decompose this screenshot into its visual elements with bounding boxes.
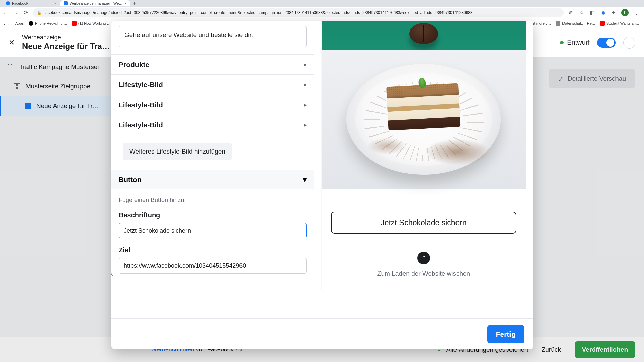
coffee-bean-icon <box>409 23 438 44</box>
more-menu-button[interactable]: ⋯ <box>623 37 635 49</box>
swipe-hint: Zum Laden der Website wischen <box>377 270 470 277</box>
chevron-right-icon: ▸ <box>304 102 307 108</box>
tab-label: Werbeanzeigenmanager - We… <box>70 1 122 5</box>
profile-avatar-icon[interactable]: L <box>621 9 629 16</box>
chevron-right-icon: ▸ <box>304 81 307 88</box>
helper-text: Füge einen Button hinzu. <box>119 197 307 204</box>
target-label: Ziel <box>119 246 307 254</box>
facebook-favicon-icon <box>6 1 10 5</box>
target-input[interactable] <box>119 258 307 274</box>
accordion-lifestyle-3[interactable]: Lifestyle-Bild ▸ <box>111 115 314 135</box>
hero-image-strip <box>322 21 526 50</box>
extension-icon[interactable]: ◧ <box>589 10 595 16</box>
creative-editor-modal: Gehe auf unsere Website und bestelle sie… <box>111 21 533 349</box>
tab-facebook[interactable]: Facebook × <box>3 0 60 6</box>
preview-panel: Jetzt Schokolade sichern ⌃ Zum Laden der… <box>314 21 533 318</box>
menu-icon[interactable]: ⋮ <box>633 10 639 16</box>
header-subtitle: Werbeanzeige <box>22 34 110 41</box>
chevron-right-icon: ▸ <box>304 61 307 68</box>
chevron-down-icon: ▾ <box>303 176 307 184</box>
chevron-right-icon: ▸ <box>304 122 307 128</box>
close-icon[interactable]: × <box>54 1 56 5</box>
accordion-products[interactable]: Produkte ▸ <box>111 54 314 74</box>
ad-preview-card: Jetzt Schokolade sichern ⌃ Zum Laden der… <box>322 21 526 292</box>
tab-bar: Facebook × Werbeanzeigenmanager - We… × … <box>0 0 644 7</box>
publish-toggle[interactable] <box>597 38 616 48</box>
add-lifestyle-button[interactable]: Weiteres Lifestyle-Bild hinzufügen <box>123 143 232 160</box>
header-title: Neue Anzeige für Tra… <box>22 42 110 51</box>
accordion-label: Lifestyle-Bild <box>119 101 163 109</box>
accordion-lifestyle-2[interactable]: Lifestyle-Bild ▸ <box>111 95 314 115</box>
plate-image <box>322 50 526 189</box>
tab-adsmanager[interactable]: Werbeanzeigenmanager - We… × <box>60 0 130 6</box>
close-icon[interactable]: × <box>124 1 126 5</box>
chevron-up-icon[interactable]: ⌃ <box>417 252 430 264</box>
new-tab-button[interactable]: + <box>131 0 138 7</box>
status-label: Entwurf <box>567 39 590 46</box>
caption-label: Beschriftung <box>119 211 307 219</box>
close-editor-button[interactable]: ✕ <box>9 38 15 47</box>
tab-label: Facebook <box>12 1 28 5</box>
header-titles: Werbeanzeige Neue Anzeige für Tra… <box>22 34 110 51</box>
nav-bar: ← → ⟳ 🔒 facebook.com/adsmanager/manage/a… <box>0 7 644 19</box>
draft-status: Entwurf <box>560 39 590 46</box>
bookmark-item[interactable]: Phone Recycling,… <box>29 21 67 26</box>
accordion-lifestyle-1[interactable]: Lifestyle-Bild ▸ <box>111 74 314 95</box>
puzzle-icon[interactable]: ✦ <box>610 10 616 16</box>
url-bar[interactable]: 🔒 facebook.com/adsmanager/manage/ads/edi… <box>33 8 564 17</box>
creative-form-panel: Gehe auf unsere Website und bestelle sie… <box>111 21 314 318</box>
cake-icon <box>386 83 461 140</box>
forward-icon[interactable]: → <box>13 10 19 16</box>
bookmark-item[interactable]: Student Wants an… <box>600 21 639 26</box>
done-button[interactable]: Fertig <box>487 325 524 343</box>
apps-icon[interactable]: ⋮⋮⋮ Apps <box>3 21 24 26</box>
bookmark-item[interactable]: (1) How Working … <box>72 21 111 26</box>
extension2-icon[interactable]: ◉ <box>600 10 606 16</box>
zoom-icon[interactable]: ⊕ <box>568 10 574 16</box>
url-text: facebook.com/adsmanager/manage/ads/edit?… <box>44 10 473 15</box>
caption-input[interactable] <box>119 223 307 238</box>
bookmark-item[interactable]: Datenschutz – Re… <box>556 21 595 26</box>
lock-icon: 🔒 <box>37 11 42 15</box>
accordion-label: Lifestyle-Bild <box>119 121 163 129</box>
preview-cta-button[interactable]: Jetzt Schokolade sichern <box>331 212 516 234</box>
back-icon[interactable]: ← <box>3 10 9 16</box>
adsmanager-favicon-icon <box>64 1 68 5</box>
body-text-field[interactable]: Gehe auf unsere Website und bestelle sie… <box>119 26 307 47</box>
toolbar-right: ⊕ ☆ ◧ ◉ ✦ L ⋮ <box>568 9 641 16</box>
modal-footer: Fertig <box>111 318 533 349</box>
button-section-header[interactable]: Button ▾ <box>111 170 314 189</box>
accordion-label: Lifestyle-Bild <box>119 81 163 89</box>
section-label: Button <box>119 176 142 184</box>
cursor-icon: ↖ <box>111 272 113 277</box>
accordion-label: Produkte <box>119 61 149 69</box>
star-icon[interactable]: ☆ <box>578 10 584 16</box>
status-dot-icon <box>560 41 564 44</box>
reload-icon[interactable]: ⟳ <box>23 10 29 16</box>
